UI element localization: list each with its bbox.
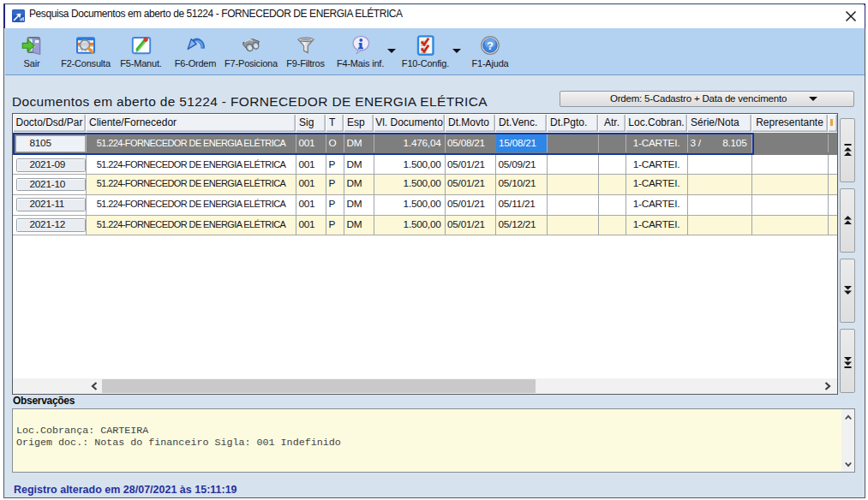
svg-text:?: ? xyxy=(487,39,494,52)
